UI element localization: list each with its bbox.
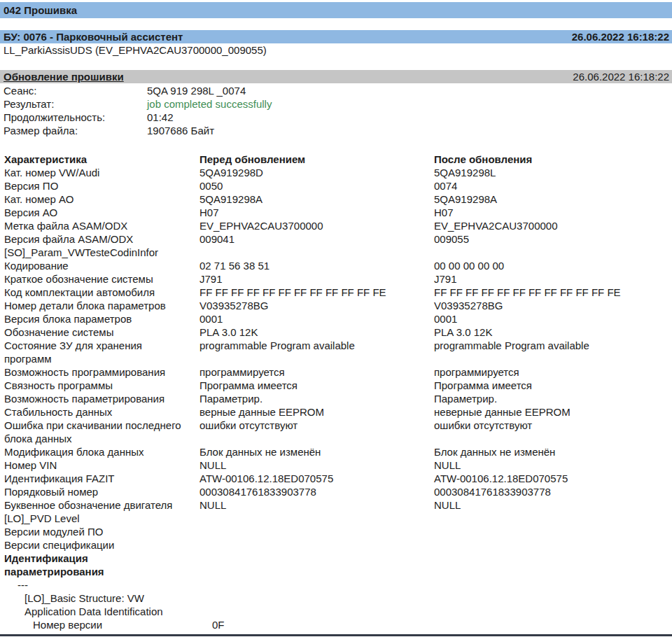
row-after-value: программируется — [434, 365, 672, 379]
table-row: Номер VINNULLNULL — [0, 458, 672, 472]
table-row: Идентификация FAZITATW-00106.12.18ED0705… — [0, 472, 672, 485]
row-characteristic: Кодирование — [4, 259, 200, 272]
report-title: 042 Прошивка — [4, 4, 77, 16]
summary-label: Размер файла: — [0, 124, 147, 137]
column-header-characteristic: Характеристика — [4, 153, 200, 166]
table-row: Номер версии0F — [0, 618, 672, 631]
summary-label: Результат: — [0, 97, 147, 111]
ecu-title: БУ: 0076 - Парковочный ассистент — [4, 30, 183, 43]
row-after-value: NULL — [434, 458, 672, 472]
next-section-divider — [0, 634, 672, 636]
table-row: Состояние ЗУ для хранения программprogra… — [0, 339, 672, 365]
row-characteristic: [LO]_PVD Level — [4, 512, 200, 525]
row-after-value: programmable Program available — [434, 339, 672, 365]
row-characteristic: Связность программы — [4, 379, 200, 392]
table-row: [LO]_PVD Level — [0, 512, 672, 525]
row-characteristic: Ошибка при скачивании последнего блока д… — [4, 419, 200, 445]
section-header-bar: Обновление прошивки 26.06.2022 16:18:22 — [0, 70, 672, 83]
table-row: Версия блока параметров00010001 — [0, 312, 672, 326]
row-after-value — [434, 618, 672, 631]
row-characteristic: Номер версии — [4, 618, 200, 631]
row-characteristic: Кат. номер VW/Audi — [4, 166, 200, 179]
column-header-before: Перед обновлением — [200, 153, 434, 166]
row-before-value: V03935278BG — [200, 299, 434, 312]
row-after-value: 5QA919298A — [434, 192, 672, 206]
ecu-header-bar: БУ: 0076 - Парковочный ассистент 26.06.2… — [0, 30, 672, 43]
row-before-value: ошибки отсутствуют — [200, 419, 434, 445]
table-row: [SO]_Param_VWTesteCodinInfor — [0, 246, 672, 259]
row-before-value: 00030841761833903778 — [200, 485, 434, 498]
ecu-subtitle: LL_ParkiAssisUDS (EV_EPHVA2CAU3700000_00… — [0, 43, 672, 57]
row-before-value: 009041 — [200, 232, 434, 246]
row-after-value: EV_EPHVA2CAU3700000 — [434, 219, 672, 232]
table-row: Версия файла ASAM/ODX009041009055 — [0, 232, 672, 246]
row-after-value: H07 — [434, 206, 672, 219]
row-after-value: 0001 — [434, 312, 672, 326]
table-row: Обозначение системыPLA 3.0 12KPLA 3.0 12… — [0, 326, 672, 339]
row-characteristic: Номер детали блока параметров — [4, 299, 200, 312]
summary-row: Сеанс:5QA 919 298L _0074 — [0, 84, 672, 97]
row-before-value: 5QA919298D — [200, 166, 434, 179]
row-before-value: J791 — [200, 272, 434, 286]
table-row: Кат. номер VW/Audi5QA919298D5QA919298L — [0, 166, 672, 179]
row-after-value: Параметрир. — [434, 392, 672, 405]
row-before-value: Блок данных не изменён — [200, 445, 434, 458]
row-before-value: FF FF FF FF FF FF FF FF FF FF FF FE — [200, 286, 434, 299]
row-after-value — [434, 525, 672, 538]
row-characteristic: [LO]_Basic Structure: VW — [4, 592, 200, 605]
row-characteristic: Версии спецификации — [4, 538, 200, 552]
row-characteristic: Краткое обозначение системы — [4, 272, 200, 286]
row-after-value — [434, 552, 672, 578]
table-row: Ошибка при скачивании последнего блока д… — [0, 419, 672, 445]
table-row: [LO]_Basic Structure: VW — [0, 592, 672, 605]
row-before-value — [200, 592, 434, 605]
row-before-value: ATW-00106.12.18ED070575 — [200, 472, 434, 485]
summary-value: 01:42 — [147, 111, 174, 124]
row-before-value — [200, 246, 434, 259]
row-after-value — [434, 578, 672, 592]
summary-section: Сеанс:5QA 919 298L _0074Результат:job co… — [0, 83, 672, 137]
row-characteristic: Номер VIN — [4, 458, 200, 472]
row-before-value: programmable Program available — [200, 339, 434, 365]
row-characteristic: Обозначение системы — [4, 326, 200, 339]
table-row: Application Data Identification — [0, 605, 672, 618]
row-after-value — [434, 605, 672, 618]
table-row: Версии модулей ПО — [0, 525, 672, 538]
summary-label: Продолжительность: — [0, 111, 147, 124]
row-characteristic: Возможность параметрирования — [4, 392, 200, 405]
summary-row: Размер файла:1907686 Байт — [0, 124, 672, 137]
row-characteristic: Возможность программирования — [4, 365, 200, 379]
row-characteristic: Состояние ЗУ для хранения программ — [4, 339, 157, 365]
row-characteristic: Версии модулей ПО — [4, 525, 200, 538]
table-body: Кат. номер VW/Audi5QA919298D5QA919298LВе… — [0, 166, 672, 631]
row-after-value: V03935278BG — [434, 299, 672, 312]
row-after-value: Программа имеется — [434, 379, 672, 392]
row-characteristic: Буквенное обозначение двигателя — [4, 498, 200, 512]
row-before-value: Программа имеется — [200, 379, 434, 392]
summary-value: 5QA 919 298L _0074 — [147, 84, 246, 97]
table-header-row: Характеристика Перед обновлением После о… — [0, 153, 672, 166]
row-after-value: ATW-00106.12.18ED070575 — [434, 472, 672, 485]
row-characteristic: Версия ПО — [4, 179, 200, 192]
row-characteristic: Application Data Identification — [4, 605, 200, 618]
row-before-value — [200, 605, 434, 618]
table-row: Идентификация параметрирования — [0, 552, 672, 578]
table-row: Номер детали блока параметровV03935278BG… — [0, 299, 672, 312]
row-before-value — [200, 512, 434, 525]
table-row: Код комплектации автомобиляFF FF FF FF F… — [0, 286, 672, 299]
row-characteristic: Метка файла ASAM/ODX — [4, 219, 200, 232]
table-row: --- — [0, 578, 672, 592]
row-before-value — [200, 525, 434, 538]
summary-row: Результат:job completed successfully — [0, 97, 672, 111]
table-row: Возможность программированияпрограммируе… — [0, 365, 672, 379]
row-before-value: NULL — [200, 458, 434, 472]
row-before-value: 0001 — [200, 312, 434, 326]
row-characteristic: Стабильность данных — [4, 405, 200, 419]
row-before-value: PLA 3.0 12K — [200, 326, 434, 339]
row-after-value — [434, 592, 672, 605]
table-row: Кат. номер АО5QA919298A5QA919298A — [0, 192, 672, 206]
summary-result-value: job completed successfully — [147, 97, 272, 111]
row-characteristic: Версия АО — [4, 206, 200, 219]
row-after-value: 5QA919298L — [434, 166, 672, 179]
summary-row: Продолжительность:01:42 — [0, 111, 672, 124]
